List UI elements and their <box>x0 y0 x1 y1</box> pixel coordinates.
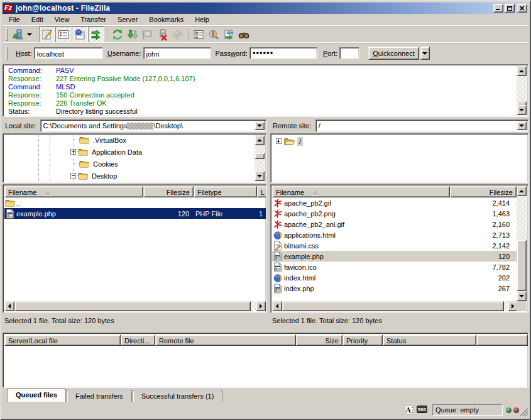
synchronized-browsing-button[interactable] <box>221 27 236 42</box>
scroll-left-button[interactable] <box>272 301 282 311</box>
port-input[interactable] <box>339 47 359 59</box>
expand-plus-icon[interactable] <box>276 138 282 144</box>
tree-item-application-data[interactable]: Application Data <box>70 146 144 158</box>
remote-file-list[interactable]: Filename Filesize apache_pb2.gif 2,414 a… <box>270 184 528 313</box>
column-header-size[interactable]: Size <box>296 334 342 346</box>
menu-edit[interactable]: Edit <box>26 14 49 25</box>
tab-queued-files[interactable]: Queued files <box>7 389 66 402</box>
column-header-server-local-file[interactable]: Server/Local file <box>4 334 121 346</box>
file-row-apache-pb2-gif[interactable]: apache_pb2.gif 2,414 <box>272 197 517 208</box>
column-header-filesize[interactable]: Filesize <box>450 186 517 197</box>
toggle-transfer-queue-button[interactable] <box>88 26 104 43</box>
quickconnect-dropdown-button[interactable] <box>420 47 430 60</box>
scroll-up-button[interactable] <box>517 66 527 76</box>
file-row-index-html[interactable]: index.html 202 <box>272 272 517 283</box>
scroll-down-button[interactable] <box>517 105 527 115</box>
password-input[interactable] <box>249 47 317 59</box>
file-row-apache-pb2-png[interactable]: apache_pb2.png 1,463 <box>272 208 517 219</box>
file-row-favicon-ico[interactable]: favicon.ico 7,782 <box>272 262 517 272</box>
column-header-filesize[interactable]: Filesize <box>143 186 194 197</box>
collapse-minus-icon[interactable] <box>70 173 76 179</box>
scrollbar-thumb[interactable] <box>282 301 504 311</box>
scroll-right-button[interactable] <box>256 301 266 311</box>
expand-plus-icon[interactable] <box>70 149 76 155</box>
menu-help[interactable]: Help <box>189 14 215 25</box>
scrollbar-thumb[interactable] <box>255 153 265 159</box>
menu-transfer[interactable]: Transfer <box>75 14 112 25</box>
site-manager-dropdown[interactable] <box>25 27 33 42</box>
column-header-filetype[interactable]: Filetype <box>194 186 257 197</box>
filter-button[interactable] <box>191 27 206 42</box>
tree-item-virtualbox[interactable]: .VirtualBox <box>79 134 128 146</box>
file-row-apache-pb2-ani-gif[interactable]: apache_pb2_ani.gif 2,160 <box>272 219 517 229</box>
column-header-priority[interactable]: Priority <box>342 334 383 346</box>
menu-file[interactable]: File <box>3 14 26 25</box>
site-manager-button[interactable] <box>10 27 25 42</box>
local-directory-tree[interactable]: .VirtualBox Application Data Cookies Des… <box>3 133 266 183</box>
transfer-queue[interactable]: Server/Local file Directi... Remote file… <box>3 333 528 388</box>
close-button[interactable]: ✕ <box>517 4 527 13</box>
file-row-index-php[interactable]: index.php 267 <box>272 283 517 294</box>
local-site-combo[interactable]: C:\Documents and Settings\Desktop\ <box>40 119 266 132</box>
toggle-message-log-button[interactable] <box>39 26 55 43</box>
file-row-example-php[interactable]: example.php 120 PHP File 1 <box>4 208 266 219</box>
remote-site-combo-dropdown[interactable] <box>517 121 527 130</box>
file-row-parent-dir[interactable]: .. <box>4 197 266 208</box>
speed-limits-indicator[interactable]: 500 <box>417 406 427 414</box>
column-header-direction[interactable]: Directi... <box>121 334 155 346</box>
column-header-last-modified[interactable]: L <box>257 186 266 197</box>
column-header-filename[interactable]: Filename <box>272 186 450 197</box>
scrollbar-thumb[interactable] <box>14 301 251 311</box>
remote-list-vscrollbar[interactable] <box>517 186 527 301</box>
tree-item-root[interactable]: / <box>276 135 303 147</box>
remote-list-hscrollbar[interactable] <box>272 301 518 311</box>
toolbar-grip[interactable] <box>6 28 8 41</box>
tab-successful-transfers[interactable]: Successful transfers (1) <box>133 390 223 402</box>
column-header-filename[interactable]: Filename <box>4 186 143 197</box>
local-list-header: Filename Filesize Filetype L <box>4 186 266 197</box>
minimize-button[interactable] <box>493 4 503 13</box>
scroll-up-button[interactable] <box>517 186 527 196</box>
remote-directory-tree[interactable]: / <box>270 133 528 183</box>
quickconnect-grip[interactable] <box>6 47 8 60</box>
directory-comparison-button[interactable] <box>206 27 221 42</box>
arrow-up-icon <box>519 190 524 192</box>
menu-view[interactable]: View <box>49 14 75 25</box>
menu-bookmarks[interactable]: Bookmarks <box>143 14 189 25</box>
file-row-applications-html[interactable]: applications.html 2,713 <box>272 229 517 240</box>
remote-site-combo[interactable]: / <box>315 119 528 132</box>
menu-server[interactable]: Server <box>112 14 143 25</box>
tab-failed-transfers[interactable]: Failed transfers <box>67 390 132 402</box>
refresh-button[interactable] <box>110 27 125 42</box>
app-icon[interactable]: Fz <box>4 4 13 13</box>
file-row-example-php[interactable]: example.php 120 <box>272 251 517 262</box>
toggle-remote-tree-button[interactable] <box>72 26 88 43</box>
tree-item-desktop[interactable]: Desktop <box>70 170 119 182</box>
scroll-down-button[interactable] <box>255 171 265 181</box>
process-queue-button[interactable] <box>125 27 140 42</box>
scroll-up-button[interactable] <box>255 135 265 145</box>
activity-led-green <box>506 407 512 413</box>
scroll-down-button[interactable] <box>517 291 527 301</box>
data-type-indicator[interactable]: A <box>405 405 414 416</box>
disconnect-button[interactable] <box>155 27 170 42</box>
local-tree-scrollbar[interactable] <box>255 135 265 181</box>
remote-list-header: Filename Filesize <box>272 186 517 197</box>
column-header-status[interactable]: Status <box>383 334 476 346</box>
username-input[interactable] <box>143 47 211 59</box>
quickconnect-button[interactable]: Quickconnect <box>368 47 419 60</box>
scrollbar-thumb[interactable] <box>517 240 527 291</box>
local-list-hscrollbar[interactable] <box>4 301 266 311</box>
maximize-button[interactable] <box>505 4 515 13</box>
toggle-local-tree-button[interactable] <box>55 26 72 43</box>
column-header-remote-file[interactable]: Remote file <box>155 334 296 346</box>
log-scrollbar[interactable] <box>517 66 527 115</box>
local-file-list[interactable]: Filename Filesize Filetype L .. example.… <box>3 184 266 313</box>
find-files-button[interactable] <box>236 27 251 42</box>
local-site-combo-dropdown[interactable] <box>255 121 265 130</box>
scroll-left-button[interactable] <box>4 301 14 311</box>
resize-grip[interactable] <box>520 408 528 417</box>
host-input[interactable] <box>34 47 103 59</box>
file-row-bitnami-css[interactable]: bitnami.css 2,142 <box>272 240 517 251</box>
tree-item-cookies[interactable]: Cookies <box>79 158 120 170</box>
